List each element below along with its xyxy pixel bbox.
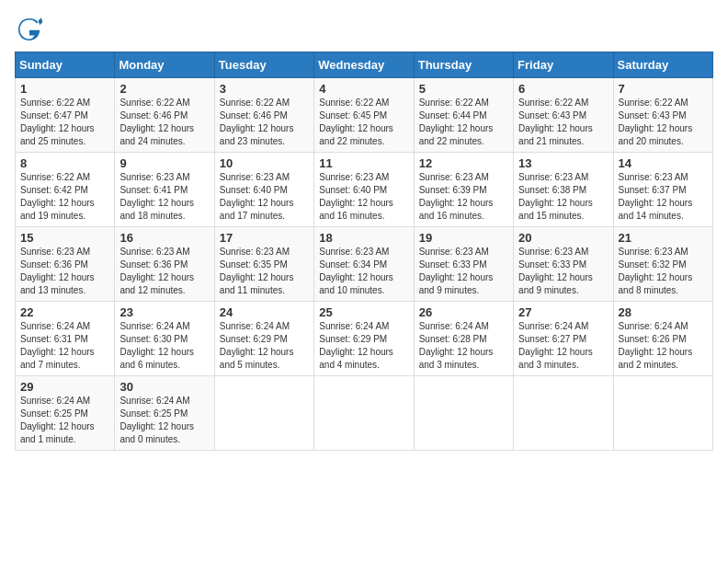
calendar-cell: 12 Sunrise: 6:23 AM Sunset: 6:39 PM Dayl… (414, 153, 513, 227)
day-number: 18 (319, 231, 408, 245)
calendar-header-row: SundayMondayTuesdayWednesdayThursdayFrid… (16, 52, 713, 78)
day-number: 10 (220, 156, 309, 170)
day-info: Sunrise: 6:23 AM Sunset: 6:33 PM Dayligh… (419, 246, 508, 297)
day-header-monday: Monday (115, 52, 214, 78)
day-number: 4 (319, 82, 408, 96)
calendar-cell: 13 Sunrise: 6:23 AM Sunset: 6:38 PM Dayl… (514, 153, 613, 227)
day-info: Sunrise: 6:23 AM Sunset: 6:33 PM Dayligh… (518, 246, 608, 297)
day-info: Sunrise: 6:24 AM Sunset: 6:27 PM Dayligh… (518, 320, 608, 372)
calendar-cell: 27 Sunrise: 6:24 AM Sunset: 6:27 PM Dayl… (514, 302, 613, 376)
day-info: Sunrise: 6:24 AM Sunset: 6:29 PM Dayligh… (220, 320, 309, 372)
day-number: 14 (619, 156, 708, 170)
day-number: 30 (119, 380, 209, 394)
day-info: Sunrise: 6:22 AM Sunset: 6:42 PM Dayligh… (20, 171, 109, 223)
day-info: Sunrise: 6:23 AM Sunset: 6:37 PM Dayligh… (619, 171, 708, 223)
day-info: Sunrise: 6:23 AM Sunset: 6:34 PM Dayligh… (319, 246, 408, 297)
calendar-cell: 9 Sunrise: 6:23 AM Sunset: 6:41 PM Dayli… (115, 153, 214, 227)
day-info: Sunrise: 6:23 AM Sunset: 6:40 PM Dayligh… (319, 171, 408, 223)
calendar-cell: 18 Sunrise: 6:23 AM Sunset: 6:34 PM Dayl… (314, 227, 414, 302)
day-number: 25 (319, 305, 408, 319)
day-number: 28 (619, 305, 708, 319)
day-number: 2 (119, 82, 209, 96)
calendar-cell: 14 Sunrise: 6:23 AM Sunset: 6:37 PM Dayl… (613, 153, 712, 227)
calendar-cell (613, 376, 712, 451)
day-number: 6 (518, 82, 608, 96)
day-number: 19 (419, 231, 508, 245)
day-number: 17 (220, 231, 309, 245)
day-info: Sunrise: 6:22 AM Sunset: 6:43 PM Dayligh… (619, 97, 708, 148)
day-header-tuesday: Tuesday (214, 52, 313, 78)
calendar-cell (514, 376, 613, 451)
day-info: Sunrise: 6:23 AM Sunset: 6:32 PM Dayligh… (619, 246, 708, 297)
day-number: 29 (20, 380, 109, 394)
calendar-cell: 10 Sunrise: 6:23 AM Sunset: 6:40 PM Dayl… (214, 153, 313, 227)
day-number: 3 (220, 82, 309, 96)
calendar-cell: 23 Sunrise: 6:24 AM Sunset: 6:30 PM Dayl… (115, 302, 214, 376)
day-number: 12 (419, 156, 508, 170)
day-number: 7 (619, 82, 708, 96)
page-header (15, 15, 713, 44)
calendar-week-5: 29 Sunrise: 6:24 AM Sunset: 6:25 PM Dayl… (16, 376, 713, 451)
calendar-cell: 11 Sunrise: 6:23 AM Sunset: 6:40 PM Dayl… (314, 153, 414, 227)
day-number: 1 (20, 82, 109, 96)
calendar-cell: 5 Sunrise: 6:22 AM Sunset: 6:44 PM Dayli… (414, 78, 513, 153)
calendar-cell: 16 Sunrise: 6:23 AM Sunset: 6:36 PM Dayl… (115, 227, 214, 302)
day-info: Sunrise: 6:24 AM Sunset: 6:30 PM Dayligh… (119, 320, 209, 372)
calendar-cell: 8 Sunrise: 6:22 AM Sunset: 6:42 PM Dayli… (16, 153, 115, 227)
calendar-cell: 26 Sunrise: 6:24 AM Sunset: 6:28 PM Dayl… (414, 302, 513, 376)
day-info: Sunrise: 6:23 AM Sunset: 6:35 PM Dayligh… (220, 246, 309, 297)
calendar-cell: 25 Sunrise: 6:24 AM Sunset: 6:29 PM Dayl… (314, 302, 414, 376)
day-header-thursday: Thursday (414, 52, 513, 78)
day-info: Sunrise: 6:22 AM Sunset: 6:45 PM Dayligh… (319, 97, 408, 148)
calendar-cell: 21 Sunrise: 6:23 AM Sunset: 6:32 PM Dayl… (613, 227, 712, 302)
day-number: 26 (419, 305, 508, 319)
day-info: Sunrise: 6:23 AM Sunset: 6:36 PM Dayligh… (20, 246, 109, 297)
calendar-cell: 20 Sunrise: 6:23 AM Sunset: 6:33 PM Dayl… (514, 227, 613, 302)
day-number: 27 (518, 305, 608, 319)
day-number: 20 (518, 231, 608, 245)
day-info: Sunrise: 6:24 AM Sunset: 6:28 PM Dayligh… (419, 320, 508, 372)
day-info: Sunrise: 6:24 AM Sunset: 6:29 PM Dayligh… (319, 320, 408, 372)
day-header-wednesday: Wednesday (314, 52, 414, 78)
day-info: Sunrise: 6:24 AM Sunset: 6:31 PM Dayligh… (20, 320, 109, 372)
day-header-saturday: Saturday (613, 52, 712, 78)
calendar-cell: 1 Sunrise: 6:22 AM Sunset: 6:47 PM Dayli… (16, 78, 115, 153)
calendar-cell (214, 376, 313, 451)
calendar-cell: 24 Sunrise: 6:24 AM Sunset: 6:29 PM Dayl… (214, 302, 313, 376)
day-info: Sunrise: 6:24 AM Sunset: 6:25 PM Dayligh… (20, 395, 109, 446)
day-number: 11 (319, 156, 408, 170)
day-number: 5 (419, 82, 508, 96)
calendar-week-1: 1 Sunrise: 6:22 AM Sunset: 6:47 PM Dayli… (16, 78, 713, 153)
calendar-cell: 28 Sunrise: 6:24 AM Sunset: 6:26 PM Dayl… (613, 302, 712, 376)
day-info: Sunrise: 6:23 AM Sunset: 6:38 PM Dayligh… (518, 171, 608, 223)
calendar-cell: 15 Sunrise: 6:23 AM Sunset: 6:36 PM Dayl… (16, 227, 115, 302)
calendar-cell: 29 Sunrise: 6:24 AM Sunset: 6:25 PM Dayl… (16, 376, 115, 451)
day-info: Sunrise: 6:22 AM Sunset: 6:46 PM Dayligh… (119, 97, 209, 148)
day-number: 24 (220, 305, 309, 319)
day-number: 15 (20, 231, 109, 245)
calendar-cell: 17 Sunrise: 6:23 AM Sunset: 6:35 PM Dayl… (214, 227, 313, 302)
day-info: Sunrise: 6:24 AM Sunset: 6:25 PM Dayligh… (119, 395, 209, 446)
day-number: 22 (20, 305, 109, 319)
day-number: 9 (119, 156, 209, 170)
logo-icon (15, 15, 44, 44)
day-info: Sunrise: 6:22 AM Sunset: 6:47 PM Dayligh… (20, 97, 109, 148)
day-info: Sunrise: 6:22 AM Sunset: 6:46 PM Dayligh… (220, 97, 309, 148)
calendar-cell: 30 Sunrise: 6:24 AM Sunset: 6:25 PM Dayl… (115, 376, 214, 451)
calendar-week-3: 15 Sunrise: 6:23 AM Sunset: 6:36 PM Dayl… (16, 227, 713, 302)
day-number: 13 (518, 156, 608, 170)
calendar-table: SundayMondayTuesdayWednesdayThursdayFrid… (15, 52, 713, 451)
day-number: 8 (20, 156, 109, 170)
day-info: Sunrise: 6:24 AM Sunset: 6:26 PM Dayligh… (619, 320, 708, 372)
calendar-cell: 2 Sunrise: 6:22 AM Sunset: 6:46 PM Dayli… (115, 78, 214, 153)
calendar-cell: 19 Sunrise: 6:23 AM Sunset: 6:33 PM Dayl… (414, 227, 513, 302)
day-header-friday: Friday (514, 52, 613, 78)
calendar-cell: 7 Sunrise: 6:22 AM Sunset: 6:43 PM Dayli… (613, 78, 712, 153)
calendar-cell (314, 376, 414, 451)
calendar-week-4: 22 Sunrise: 6:24 AM Sunset: 6:31 PM Dayl… (16, 302, 713, 376)
logo (15, 15, 48, 44)
calendar-cell: 22 Sunrise: 6:24 AM Sunset: 6:31 PM Dayl… (16, 302, 115, 376)
calendar-cell: 4 Sunrise: 6:22 AM Sunset: 6:45 PM Dayli… (314, 78, 414, 153)
day-info: Sunrise: 6:22 AM Sunset: 6:43 PM Dayligh… (518, 97, 608, 148)
day-info: Sunrise: 6:23 AM Sunset: 6:40 PM Dayligh… (220, 171, 309, 223)
